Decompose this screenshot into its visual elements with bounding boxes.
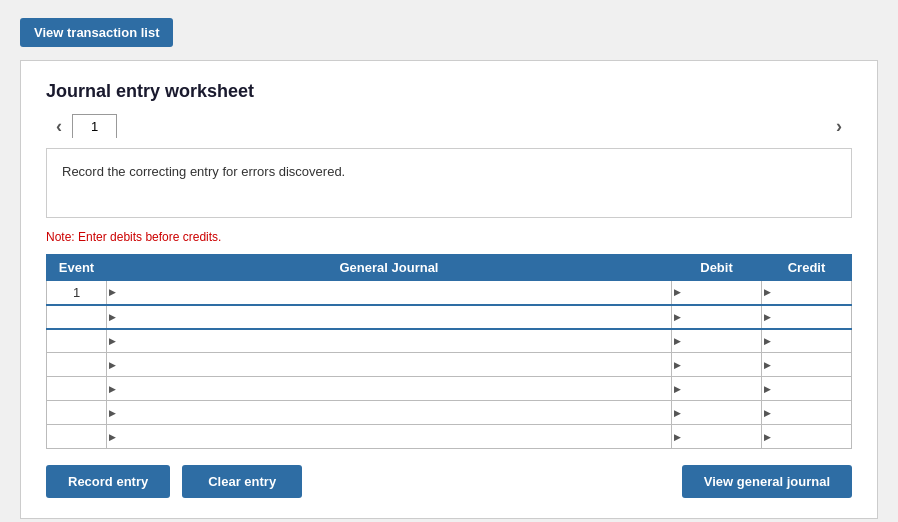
debit-cell[interactable]	[672, 305, 762, 329]
general-journal-cell[interactable]	[107, 329, 672, 353]
table-row: 1	[47, 281, 852, 305]
record-entry-button[interactable]: Record entry	[46, 465, 170, 498]
general-journal-cell[interactable]	[107, 305, 672, 329]
journal-table: Event General Journal Debit Credit 1	[46, 254, 852, 449]
clear-entry-button[interactable]: Clear entry	[182, 465, 302, 498]
credit-input[interactable]	[762, 425, 851, 448]
event-cell	[47, 377, 107, 401]
general-journal-cell[interactable]	[107, 377, 672, 401]
debit-input[interactable]	[672, 401, 761, 424]
instruction-text: Record the correcting entry for errors d…	[62, 164, 345, 179]
debit-cell[interactable]	[672, 425, 762, 449]
credit-cell[interactable]	[762, 281, 852, 305]
event-cell	[47, 401, 107, 425]
credit-input[interactable]	[762, 353, 851, 376]
table-row	[47, 425, 852, 449]
prev-tab-arrow[interactable]: ‹	[46, 116, 72, 137]
table-row	[47, 329, 852, 353]
col-header-credit: Credit	[762, 255, 852, 281]
credit-cell[interactable]	[762, 353, 852, 377]
col-header-debit: Debit	[672, 255, 762, 281]
next-tab-arrow[interactable]: ›	[826, 116, 852, 137]
general-journal-cell[interactable]	[107, 401, 672, 425]
table-row	[47, 401, 852, 425]
general-journal-input[interactable]	[107, 306, 671, 328]
credit-input[interactable]	[762, 401, 851, 424]
tab-navigation: ‹ 1 ›	[46, 114, 852, 138]
debit-input[interactable]	[672, 330, 761, 353]
credit-input[interactable]	[762, 306, 851, 328]
debit-input[interactable]	[672, 306, 761, 328]
credit-cell[interactable]	[762, 305, 852, 329]
general-journal-cell[interactable]	[107, 425, 672, 449]
instruction-box: Record the correcting entry for errors d…	[46, 148, 852, 218]
debit-input[interactable]	[672, 353, 761, 376]
view-transaction-list-button[interactable]: View transaction list	[20, 18, 173, 47]
general-journal-input[interactable]	[107, 377, 671, 400]
event-cell: 1	[47, 281, 107, 305]
credit-input[interactable]	[762, 377, 851, 400]
general-journal-input[interactable]	[107, 353, 671, 376]
event-cell	[47, 329, 107, 353]
table-row	[47, 377, 852, 401]
credit-cell[interactable]	[762, 377, 852, 401]
general-journal-input[interactable]	[107, 330, 671, 353]
debit-cell[interactable]	[672, 353, 762, 377]
main-container: Journal entry worksheet ‹ 1 › Record the…	[20, 60, 878, 519]
general-journal-input[interactable]	[107, 425, 671, 448]
event-cell	[47, 305, 107, 329]
general-journal-input[interactable]	[107, 401, 671, 424]
action-buttons-row: Record entry Clear entry View general jo…	[46, 465, 852, 498]
general-journal-cell[interactable]	[107, 353, 672, 377]
col-header-event: Event	[47, 255, 107, 281]
credit-input[interactable]	[762, 281, 851, 304]
debit-cell[interactable]	[672, 377, 762, 401]
top-bar: View transaction list	[10, 10, 888, 55]
credit-cell[interactable]	[762, 425, 852, 449]
table-row	[47, 305, 852, 329]
note-text: Note: Enter debits before credits.	[46, 230, 852, 244]
debit-cell[interactable]	[672, 329, 762, 353]
debit-cell[interactable]	[672, 281, 762, 305]
credit-input[interactable]	[762, 330, 851, 353]
event-cell	[47, 353, 107, 377]
col-header-general-journal: General Journal	[107, 255, 672, 281]
debit-input[interactable]	[672, 425, 761, 448]
general-journal-input[interactable]	[107, 281, 671, 304]
general-journal-cell[interactable]	[107, 281, 672, 305]
event-cell	[47, 425, 107, 449]
credit-cell[interactable]	[762, 329, 852, 353]
debit-cell[interactable]	[672, 401, 762, 425]
worksheet-title: Journal entry worksheet	[46, 81, 852, 102]
debit-input[interactable]	[672, 377, 761, 400]
tab-1[interactable]: 1	[72, 114, 117, 138]
table-row	[47, 353, 852, 377]
view-general-journal-button[interactable]: View general journal	[682, 465, 852, 498]
credit-cell[interactable]	[762, 401, 852, 425]
debit-input[interactable]	[672, 281, 761, 304]
